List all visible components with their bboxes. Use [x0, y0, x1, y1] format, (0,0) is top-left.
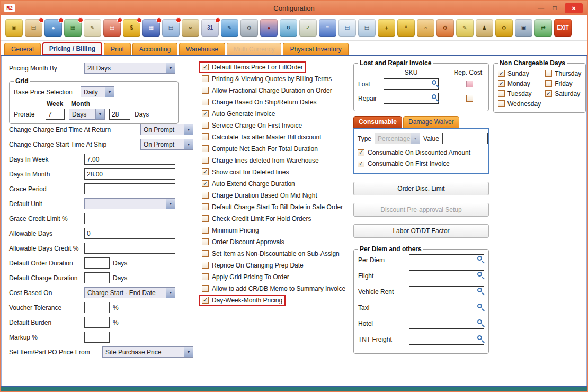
- option-row[interactable]: Minimum Pricing: [199, 225, 262, 236]
- dropdown[interactable]: [84, 198, 175, 209]
- toolbar-icon[interactable]: ↻: [280, 19, 297, 37]
- day-option[interactable]: Friday: [545, 78, 581, 88]
- option-row[interactable]: Check Credit Limit For Hold Orders: [199, 213, 314, 224]
- checkbox[interactable]: [202, 285, 209, 292]
- search-icon[interactable]: [477, 272, 482, 277]
- dropdown[interactable]: On Prompt: [140, 139, 193, 150]
- repair-rep-cost-checkbox[interactable]: [466, 95, 473, 102]
- chevron-down-icon[interactable]: [184, 139, 193, 149]
- toolbar-icon[interactable]: ✎: [221, 19, 238, 37]
- search-icon[interactable]: [477, 256, 482, 261]
- toolbar-icon[interactable]: ▦: [64, 19, 82, 37]
- chevron-down-icon[interactable]: [184, 124, 193, 135]
- option-row[interactable]: Show cost for Deleted lines: [199, 166, 292, 177]
- consumable-tab[interactable]: Damage Waiver: [403, 116, 459, 128]
- option-row[interactable]: Apply Grid Pricing To Order: [199, 271, 292, 282]
- day-option[interactable]: Thursday: [545, 68, 581, 78]
- prorate-unit-dropdown[interactable]: Days: [69, 109, 105, 120]
- lookup-input[interactable]: [409, 270, 484, 281]
- option-row[interactable]: Set Item as Non-Discountable on Sub-Assi…: [199, 248, 343, 259]
- toolbar-icon[interactable]: ♟: [476, 19, 493, 37]
- option-row[interactable]: Order Discount Approvals: [199, 236, 288, 247]
- action-button[interactable]: Order Disc. Limit: [353, 182, 489, 195]
- checkbox[interactable]: [202, 203, 209, 210]
- checkbox[interactable]: [202, 262, 209, 269]
- checkbox[interactable]: [202, 297, 209, 304]
- toolbar-icon[interactable]: 31: [201, 19, 219, 37]
- day-option[interactable]: Monday: [498, 78, 541, 88]
- text-input[interactable]: [84, 272, 110, 283]
- toolbar-icon[interactable]: ▣: [5, 19, 23, 37]
- option-row[interactable]: Default Items Price For FillOrder: [199, 61, 306, 73]
- repair-sku-input[interactable]: [384, 93, 439, 104]
- main-tab[interactable]: Multi Currency: [227, 43, 281, 55]
- checkbox[interactable]: [202, 215, 209, 222]
- search-icon[interactable]: [432, 80, 436, 85]
- checkbox[interactable]: [498, 80, 505, 87]
- toolbar-icon[interactable]: *: [397, 19, 415, 37]
- close-button[interactable]: ×: [565, 3, 583, 13]
- checkbox[interactable]: [202, 227, 209, 234]
- toolbar-icon[interactable]: ▤: [338, 19, 356, 37]
- toolbar-icon[interactable]: ▦: [142, 19, 160, 37]
- dropdown[interactable]: Charge Start - End Date: [84, 287, 175, 298]
- text-input[interactable]: [84, 257, 110, 269]
- toolbar-icon[interactable]: ●: [44, 19, 62, 37]
- option-row[interactable]: Reprice On Changing Prep Date: [199, 260, 307, 271]
- toolbar-icon[interactable]: ⚙: [495, 19, 513, 37]
- search-icon[interactable]: [477, 288, 482, 292]
- lookup-input[interactable]: [409, 318, 484, 329]
- option-row[interactable]: Day-Week-Month Pricing: [199, 295, 286, 306]
- toolbar-icon[interactable]: ⚙: [240, 19, 258, 37]
- search-icon[interactable]: [477, 335, 482, 340]
- main-tab[interactable]: Physical Inventory: [283, 43, 348, 55]
- toolbar-icon[interactable]: ✎: [456, 19, 474, 37]
- option-row[interactable]: Charge lines deleted from Warehouse: [199, 155, 322, 166]
- toolbar-icon[interactable]: ▤: [162, 19, 180, 37]
- checkbox[interactable]: [202, 238, 209, 245]
- toolbar-icon[interactable]: ⇄: [534, 19, 552, 37]
- checkbox[interactable]: [498, 70, 505, 77]
- lookup-input[interactable]: [409, 254, 484, 265]
- chevron-down-icon[interactable]: [166, 199, 175, 209]
- checkbox[interactable]: [202, 192, 209, 199]
- option-row[interactable]: Consumable On First Invoice: [358, 160, 485, 167]
- toolbar-icon[interactable]: $: [123, 19, 140, 37]
- checkbox[interactable]: [202, 99, 209, 105]
- toolbar-icon[interactable]: ♦: [378, 19, 395, 37]
- consumable-value-input[interactable]: [442, 133, 488, 144]
- checkbox[interactable]: [202, 250, 209, 257]
- option-row[interactable]: Compute Net Each For Total Duration: [199, 143, 321, 154]
- checkbox[interactable]: [202, 64, 209, 70]
- text-input[interactable]: [84, 183, 175, 194]
- dropdown[interactable]: Site Purchase Price: [102, 346, 193, 358]
- text-input[interactable]: [84, 317, 110, 328]
- toolbar-icon[interactable]: ▤: [103, 19, 121, 37]
- toolbar-icon[interactable]: ∞: [182, 19, 199, 37]
- text-input[interactable]: [84, 302, 110, 313]
- lost-sku-input[interactable]: [384, 78, 439, 90]
- text-input[interactable]: [84, 213, 175, 224]
- checkbox[interactable]: [202, 157, 209, 164]
- base-price-selection-dropdown[interactable]: Daily: [81, 86, 114, 97]
- checkbox[interactable]: [545, 90, 552, 97]
- prorate-week-input[interactable]: [46, 109, 65, 120]
- option-row[interactable]: Auto Generate Invoice: [199, 108, 278, 119]
- toolbar-icon[interactable]: ▤: [25, 19, 42, 37]
- checkbox[interactable]: [202, 145, 209, 152]
- option-row[interactable]: Service Charge On First Invoice: [199, 120, 305, 131]
- checkbox[interactable]: [498, 100, 505, 107]
- chevron-down-icon[interactable]: [184, 347, 193, 357]
- toolbar-icon[interactable]: ✎: [84, 19, 101, 37]
- main-tab[interactable]: General: [4, 43, 41, 55]
- prorate-month-input[interactable]: [109, 109, 130, 120]
- toolbar-icon[interactable]: ▣: [515, 19, 532, 37]
- toolbar-icon[interactable]: ✓: [299, 19, 317, 37]
- dropdown[interactable]: On Prompt: [140, 124, 193, 135]
- checkbox[interactable]: [202, 168, 209, 175]
- toolbar-icon[interactable]: ≡: [319, 19, 336, 37]
- text-input[interactable]: [84, 228, 175, 239]
- text-input[interactable]: [84, 332, 110, 343]
- text-input[interactable]: [84, 168, 175, 180]
- search-icon[interactable]: [477, 319, 482, 324]
